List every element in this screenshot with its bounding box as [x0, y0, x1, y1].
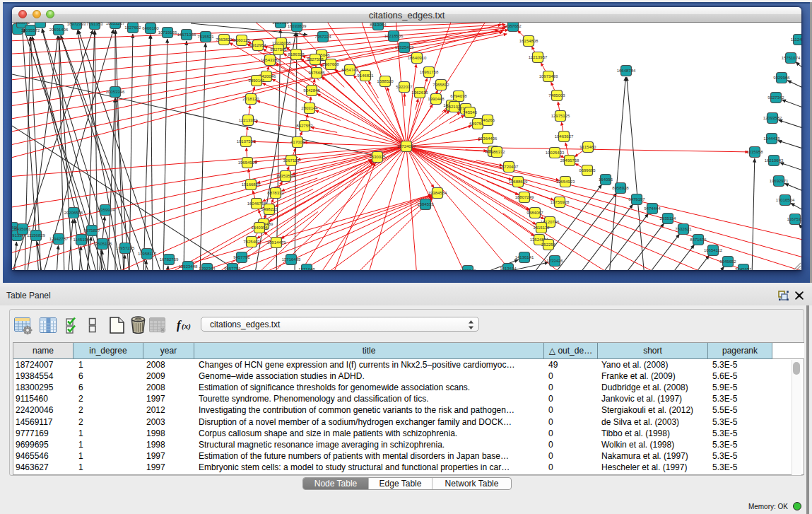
- svg-text:7357224: 7357224: [314, 35, 331, 39]
- svg-text:1413614: 1413614: [500, 267, 517, 270]
- svg-text:10654112: 10654112: [704, 248, 723, 252]
- svg-text:3267110: 3267110: [283, 158, 300, 163]
- svg-text:17016504: 17016504: [776, 198, 795, 202]
- svg-text:1571648: 1571648: [298, 267, 315, 270]
- svg-text:1292344: 1292344: [199, 267, 216, 270]
- svg-text:1527602: 1527602: [124, 25, 141, 30]
- svg-text:10958117: 10958117: [138, 252, 157, 256]
- svg-text:18640910: 18640910: [408, 56, 427, 60]
- svg-text:7485003: 7485003: [548, 93, 565, 98]
- svg-text:9657791: 9657791: [224, 267, 241, 270]
- svg-text:28495758: 28495758: [560, 158, 579, 163]
- svg-text:9327508: 9327508: [307, 57, 324, 62]
- svg-text:8435061: 8435061: [14, 227, 31, 231]
- svg-text:8454749: 8454749: [341, 68, 358, 72]
- svg-text:6794078: 6794078: [450, 94, 467, 98]
- svg-text:3912954: 3912954: [249, 43, 266, 47]
- svg-text:8660125: 8660125: [233, 38, 250, 42]
- svg-text:9245652: 9245652: [719, 259, 736, 264]
- svg-text:2967608: 2967608: [322, 62, 339, 66]
- svg-text:9890161: 9890161: [248, 78, 265, 83]
- svg-text:13325419: 13325419: [395, 45, 414, 49]
- svg-text:14136141: 14136141: [515, 255, 534, 259]
- svg-text:10543382: 10543382: [261, 58, 280, 62]
- svg-text:9684067: 9684067: [526, 211, 543, 215]
- svg-text:8427552: 8427552: [296, 124, 313, 128]
- svg-text:2718120: 2718120: [242, 97, 259, 101]
- svg-text:1215958: 1215958: [746, 150, 763, 154]
- svg-text:7191353: 7191353: [86, 23, 103, 26]
- svg-text:7955812: 7955812: [433, 83, 449, 87]
- svg-text:15751074: 15751074: [782, 56, 801, 60]
- svg-text:7986372: 7986372: [488, 150, 505, 154]
- svg-text:10688609: 10688609: [509, 180, 528, 184]
- svg-text:10653267: 10653267: [106, 23, 125, 25]
- svg-text:9975857: 9975857: [83, 228, 100, 233]
- svg-text:1805572: 1805572: [13, 23, 30, 25]
- svg-text:10107553: 10107553: [237, 139, 256, 144]
- svg-text:12923448: 12923448: [179, 264, 198, 269]
- svg-text:19166825: 19166825: [242, 182, 261, 187]
- svg-text:9457791: 9457791: [233, 255, 250, 259]
- svg-text:10719155: 10719155: [158, 30, 177, 35]
- svg-text:8186328: 8186328: [288, 52, 305, 57]
- svg-text:0699695: 0699695: [579, 168, 596, 173]
- svg-text:12505135: 12505135: [93, 242, 112, 246]
- svg-text:12213383: 12213383: [239, 118, 258, 122]
- svg-text:9242848: 9242848: [303, 88, 320, 93]
- svg-text:10025433: 10025433: [546, 151, 565, 155]
- svg-text:17359924: 17359924: [96, 208, 115, 212]
- svg-text:14035572: 14035572: [21, 28, 40, 33]
- svg-text:15716485: 15716485: [282, 257, 301, 262]
- svg-text:8958928: 8958928: [612, 186, 629, 190]
- svg-text:745546: 745546: [463, 110, 478, 115]
- svg-text:18724007: 18724007: [397, 144, 416, 148]
- svg-text:16648784: 16648784: [617, 69, 636, 73]
- svg-text:18807249: 18807249: [515, 195, 534, 199]
- svg-text:16033809: 16033809: [288, 24, 307, 28]
- svg-text:2087682: 2087682: [505, 24, 522, 28]
- svg-text:9327505: 9327505: [270, 47, 287, 52]
- svg-text:20206576: 20206576: [64, 211, 83, 215]
- svg-text:19756928: 19756928: [551, 200, 570, 204]
- svg-text:11156829: 11156829: [27, 233, 45, 238]
- svg-text:(x): (x): [182, 322, 191, 331]
- svg-text:6466160: 6466160: [142, 26, 159, 30]
- svg-text:19654923: 19654923: [556, 180, 575, 184]
- svg-text:16972393: 16972393: [67, 23, 86, 26]
- svg-text:1588520: 1588520: [377, 79, 394, 83]
- svg-text:9227342: 9227342: [767, 95, 784, 100]
- svg-text:1167533: 1167533: [787, 217, 801, 221]
- svg-text:7515521: 7515521: [197, 35, 214, 39]
- svg-text:19384554: 19384554: [428, 191, 447, 195]
- svg-text:19692971: 19692971: [770, 179, 789, 183]
- svg-text:20691406: 20691406: [49, 28, 69, 32]
- svg-text:9474444: 9474444: [644, 206, 661, 211]
- svg-text:16961758: 16961758: [420, 70, 439, 74]
- svg-text:12093582: 12093582: [763, 116, 782, 120]
- svg-text:7632621: 7632621: [675, 227, 692, 231]
- svg-text:1112453: 1112453: [791, 37, 801, 42]
- svg-text:1615132: 1615132: [533, 226, 550, 230]
- svg-text:8813054: 8813054: [370, 23, 387, 27]
- svg-text:9245651: 9245651: [735, 267, 752, 270]
- svg-text:10973493: 10973493: [539, 74, 558, 78]
- svg-text:7663822: 7663822: [216, 37, 233, 42]
- svg-text:16782759: 16782759: [160, 257, 179, 262]
- svg-text:7625402: 7625402: [243, 240, 260, 244]
- svg-text:2803144: 2803144: [301, 106, 318, 110]
- svg-text:8471676: 8471676: [690, 238, 707, 242]
- svg-text:9115460: 9115460: [580, 145, 597, 149]
- svg-text:1244415: 1244415: [763, 136, 780, 141]
- svg-text:8878332: 8878332: [267, 191, 284, 195]
- svg-text:15720407: 15720407: [500, 165, 519, 169]
- svg-text:12975125: 12975125: [551, 114, 570, 118]
- svg-text:17957225: 17957225: [116, 246, 135, 250]
- svg-text:3675685: 3675685: [308, 71, 325, 75]
- svg-text:16914479: 16914479: [267, 240, 286, 245]
- svg-text:16154808: 16154808: [519, 39, 539, 43]
- svg-text:19654923: 19654923: [238, 160, 257, 165]
- svg-text:16046758: 16046758: [247, 201, 266, 206]
- svg-text:417004: 417004: [290, 140, 305, 144]
- svg-text:252254: 252254: [541, 243, 556, 247]
